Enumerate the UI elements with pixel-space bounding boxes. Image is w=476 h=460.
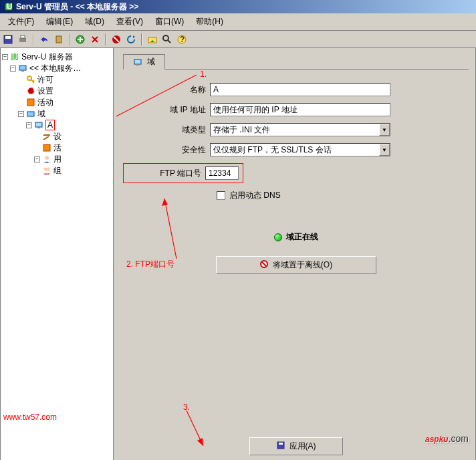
tree-collapse-icon[interactable]: − (26, 122, 32, 128)
print-icon[interactable] (17, 33, 29, 45)
key-icon (26, 75, 35, 84)
menu-domain[interactable]: 域(D) (80, 15, 110, 29)
undo-icon[interactable] (38, 33, 50, 45)
offline-icon (259, 259, 269, 271)
type-label: 域类型 (123, 124, 210, 136)
tree-d-groups[interactable]: 组 (53, 165, 62, 177)
online-status-icon (274, 233, 282, 241)
svg-rect-3 (5, 36, 11, 39)
save-icon (276, 441, 285, 452)
add-icon[interactable] (74, 33, 86, 45)
activity-icon (26, 98, 35, 107)
svg-rect-17 (21, 70, 24, 72)
status-text: 域正在线 (286, 231, 318, 243)
svg-text:U: U (7, 2, 13, 11)
tree-domains[interactable]: 域 (37, 108, 45, 120)
tree-collapse-icon[interactable]: − (2, 54, 8, 60)
svg-rect-19 (27, 99, 34, 106)
menu-file[interactable]: 文件(F) (3, 15, 39, 29)
window-title: Serv-U 管理员 - << 本地服务器 >> (16, 1, 138, 13)
apply-button[interactable]: 应用(A) (249, 437, 343, 455)
toolbar-separator (69, 33, 70, 45)
name-label: 名称 (123, 84, 210, 96)
ip-value: 使用任何可用的 IP 地址 (211, 104, 390, 116)
sec-value: 仅仅规则 FTP，无 SSL/TLS 会话 (211, 144, 379, 156)
toolbar-separator (141, 33, 142, 45)
menu-view[interactable]: 查看(V) (111, 15, 148, 29)
find-icon[interactable] (161, 33, 173, 45)
computer-icon (18, 64, 27, 73)
svg-rect-28 (136, 64, 139, 66)
sec-combo[interactable]: 仅仅规则 FTP，无 SSL/TLS 会话 ▼ (210, 143, 390, 156)
toolbar-separator (105, 33, 106, 45)
tree-root[interactable]: Serv-U 服务器 (21, 51, 73, 63)
server-icon: U (10, 52, 19, 62)
dropdown-arrow-icon[interactable]: ▼ (379, 144, 390, 156)
app-icon: U (4, 2, 13, 11)
content-panel: 域 名称 域 IP 地址 使用任何可用的 IP 地址 域类型 存储于 .INI … (116, 48, 476, 460)
svg-point-11 (163, 35, 168, 41)
tab-strip: 域 (123, 53, 469, 70)
monitor-icon (34, 120, 43, 130)
svg-point-26 (47, 168, 50, 171)
tree-d-set[interactable]: 设 (53, 131, 62, 142)
save-icon[interactable] (2, 33, 14, 45)
help-icon[interactable]: ? (176, 33, 188, 45)
tree-license[interactable]: 许可 (37, 74, 53, 86)
menu-edit[interactable]: 编辑(E) (41, 15, 78, 29)
svg-rect-7 (57, 35, 60, 37)
offline-button[interactable]: 将域置于离线(O) (216, 256, 376, 274)
svg-rect-34 (279, 443, 283, 445)
svg-point-24 (45, 156, 49, 160)
tree-collapse-icon[interactable]: − (18, 111, 24, 117)
window-titlebar: U Serv-U 管理员 - << 本地服务器 >> (0, 0, 476, 13)
dropdown-arrow-icon[interactable]: ▼ (379, 124, 390, 136)
tab-domain[interactable]: 域 (123, 54, 165, 70)
offline-label: 将域置于离线(O) (273, 259, 332, 271)
svg-rect-23 (43, 144, 50, 151)
delete-icon[interactable] (89, 33, 101, 45)
tree-local[interactable]: << 本地服务… (29, 63, 81, 74)
folder-up-icon[interactable] (146, 33, 158, 45)
tab-label: 域 (147, 56, 155, 68)
watermark-logo: aspku.com (425, 423, 469, 447)
monitor-icon (133, 58, 142, 67)
menu-help[interactable]: 帮助(H) (191, 15, 229, 29)
activity-icon (42, 143, 51, 152)
tree-settings[interactable]: 设置 (37, 86, 53, 97)
dns-label: 启用动态 DNS (229, 190, 281, 201)
apply-label: 应用(A) (289, 441, 316, 452)
sec-label: 安全性 (123, 144, 210, 156)
port-input[interactable] (205, 166, 239, 180)
svg-rect-16 (19, 66, 26, 70)
tree-collapse-icon[interactable]: − (10, 66, 16, 72)
name-input[interactable] (210, 83, 390, 96)
tree-panel[interactable]: − U Serv-U 服务器 − << 本地服务… 许可 设置 活动 − 域 − (0, 48, 114, 460)
watermark: www.tw57.com (3, 413, 57, 422)
ip-combo[interactable]: 使用任何可用的 IP 地址 (210, 103, 390, 116)
annotation-3: 3. (183, 402, 190, 412)
svg-rect-21 (35, 122, 42, 127)
paste-icon[interactable] (53, 33, 65, 45)
tree-expand-icon[interactable]: − (34, 156, 40, 162)
svg-text:U: U (12, 52, 18, 62)
menubar: 文件(F) 编辑(E) 域(D) 查看(V) 窗口(W) 帮助(H) (0, 13, 476, 31)
main-area: − U Serv-U 服务器 − << 本地服务… 许可 设置 活动 − 域 − (0, 48, 476, 460)
domain-icon (26, 109, 35, 118)
dns-checkbox[interactable] (217, 191, 225, 200)
user-icon (42, 154, 51, 164)
tree-activity[interactable]: 活动 (37, 97, 53, 108)
ip-label: 域 IP 地址 (123, 104, 210, 116)
refresh-icon[interactable] (125, 33, 137, 45)
type-combo[interactable]: 存储于 .INI 文件 ▼ (210, 123, 390, 136)
tree-d-users[interactable]: 用 (53, 154, 62, 165)
stop-icon[interactable] (110, 33, 122, 45)
port-label: FTP 端口号 (128, 168, 205, 179)
logo-suffix: .com (449, 433, 469, 444)
svg-text:?: ? (180, 35, 185, 44)
menu-window[interactable]: 窗口(W) (150, 15, 189, 29)
tree-domain-a[interactable]: A (45, 120, 55, 130)
tree-d-act[interactable]: 活 (53, 142, 62, 154)
annotation-1: 1. (200, 70, 207, 79)
group-icon (42, 166, 51, 175)
